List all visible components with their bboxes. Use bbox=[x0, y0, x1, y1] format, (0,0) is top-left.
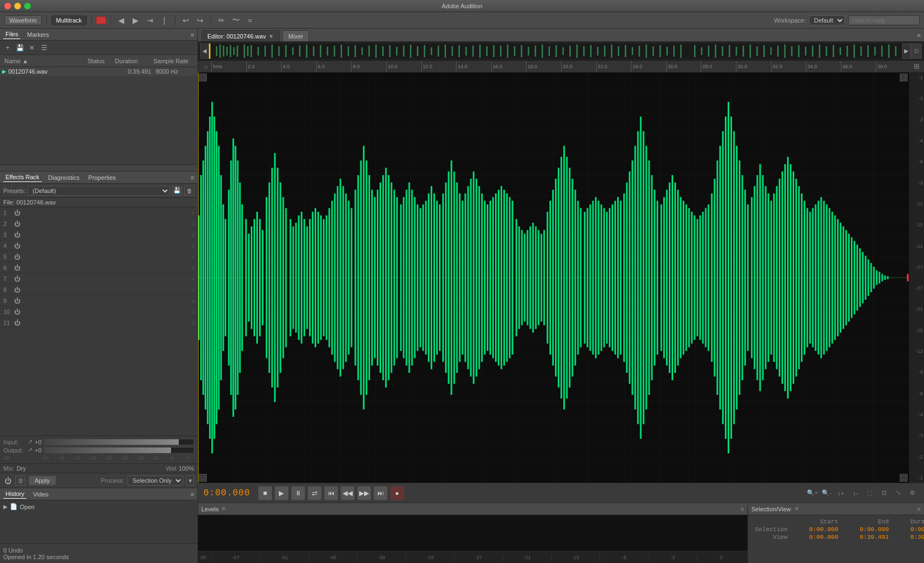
sv-panel-collapse[interactable]: ≡ bbox=[917, 506, 921, 512]
time-ruler[interactable]: ⌂ hms 2.0 4.0 6.0 8.0 10.0 12.0 14.0 16.… bbox=[198, 60, 924, 73]
files-menu-btn[interactable]: ☰ bbox=[38, 43, 50, 53]
effect-power-9[interactable]: ⏻ bbox=[14, 297, 23, 304]
tab-files[interactable]: Files bbox=[3, 30, 20, 39]
close-button[interactable] bbox=[4, 3, 11, 9]
effect-power-7[interactable]: ⏻ bbox=[14, 275, 23, 282]
apply-button[interactable]: Apply bbox=[29, 476, 56, 485]
tab-effects[interactable]: Effects Rack bbox=[3, 173, 42, 182]
minimize-button[interactable] bbox=[14, 3, 21, 9]
effect-slot-3[interactable]: 3 ⏻ › bbox=[0, 229, 197, 240]
sv-view-duration[interactable]: 0:39.491 bbox=[892, 534, 924, 540]
tab-properties[interactable]: Properties bbox=[86, 173, 118, 182]
effect-slot-1[interactable]: 1 ⏻ › bbox=[0, 207, 197, 218]
files-add-btn[interactable]: + bbox=[2, 43, 13, 53]
zoom-selection-button[interactable]: ⬚ bbox=[864, 487, 876, 499]
zoom-in-horizontal-button[interactable]: 🔍+ bbox=[806, 487, 818, 499]
fx-list-button[interactable]: ☰ bbox=[15, 476, 25, 485]
effects-delete-preset[interactable]: 🗑 bbox=[184, 186, 194, 196]
editor-tab-main[interactable]: Editor: 00120746.wav ▼ bbox=[201, 30, 280, 41]
tab-history[interactable]: History bbox=[3, 489, 26, 499]
sv-selection-end[interactable]: 0:00.000 bbox=[842, 526, 891, 533]
files-scrollbar[interactable] bbox=[0, 164, 197, 171]
effect-slot-11[interactable]: 11 ⏻ › bbox=[0, 317, 197, 328]
process-power-button[interactable]: ⏻ bbox=[3, 476, 12, 485]
effect-power-10[interactable]: ⏻ bbox=[14, 308, 23, 315]
tab-diagnostics[interactable]: Diagnostics bbox=[46, 173, 82, 182]
effect-slot-7[interactable]: 7 ⏻ › bbox=[0, 273, 197, 284]
tool-btn-7[interactable]: ✏ bbox=[216, 14, 228, 26]
waveform-corner-tr[interactable]: ⬚ bbox=[900, 74, 908, 81]
record-button[interactable]: ● bbox=[390, 486, 404, 500]
tool-btn-9[interactable]: ≈ bbox=[244, 14, 256, 26]
process-dropdown[interactable]: Selection Only bbox=[128, 476, 183, 485]
fast-forward-button[interactable]: ▶▶ bbox=[357, 486, 371, 500]
effect-slot-4[interactable]: 4 ⏻ › bbox=[0, 240, 197, 251]
waveform-corner-br[interactable]: ⬚ bbox=[900, 474, 908, 482]
sv-selection-start[interactable]: 0:00.000 bbox=[791, 526, 840, 533]
multitrack-mode-button[interactable]: Multitrack bbox=[51, 15, 87, 25]
workspace-dropdown[interactable]: Default bbox=[809, 15, 845, 25]
tool-btn-1[interactable]: ◀ bbox=[116, 14, 128, 26]
overview-canvas[interactable] bbox=[209, 43, 902, 59]
history-item-1[interactable]: ▶ 📄 Open bbox=[3, 503, 194, 511]
files-save-btn[interactable]: 💾 bbox=[14, 43, 25, 53]
stop-button[interactable]: ■ bbox=[258, 486, 272, 500]
effect-slot-8[interactable]: 8 ⏻ › bbox=[0, 284, 197, 295]
ruler-home-button[interactable]: ⌂ bbox=[200, 61, 211, 72]
tool-btn-6[interactable]: ↪ bbox=[194, 14, 206, 26]
waveform-mode-button[interactable]: Waveform bbox=[4, 15, 42, 25]
zoom-settings-button[interactable]: ⚙ bbox=[906, 487, 919, 499]
history-panel-collapse[interactable]: ≡ bbox=[191, 491, 194, 498]
tool-btn-8[interactable]: 〜 bbox=[230, 14, 242, 26]
files-panel-collapse[interactable]: ≡ bbox=[191, 31, 194, 38]
tab-video[interactable]: Video bbox=[31, 490, 51, 499]
files-close-btn[interactable]: ✕ bbox=[26, 43, 37, 53]
maximize-button[interactable] bbox=[24, 3, 31, 9]
effect-power-1[interactable]: ⏻ bbox=[14, 209, 23, 216]
waveform-corner-tl[interactable]: ⬚ bbox=[199, 74, 207, 81]
effects-save-preset[interactable]: 💾 bbox=[172, 186, 182, 196]
sv-close-x[interactable]: ✕ bbox=[794, 505, 799, 512]
process-dropdown-arrow[interactable]: ▼ bbox=[186, 476, 194, 485]
play-button[interactable]: ▶ bbox=[274, 486, 289, 500]
effect-slot-2[interactable]: 2 ⏻ › bbox=[0, 218, 197, 229]
overview-strip[interactable]: ◀ bbox=[198, 42, 924, 60]
effect-power-6[interactable]: ⏻ bbox=[14, 264, 23, 271]
effect-power-4[interactable]: ⏻ bbox=[14, 242, 23, 249]
effect-power-3[interactable]: ⏻ bbox=[14, 231, 23, 238]
effect-slot-6[interactable]: 6 ⏻ › bbox=[0, 262, 197, 273]
pause-button[interactable]: ⏸ bbox=[291, 486, 305, 500]
ruler-settings-button[interactable]: ⊞ bbox=[911, 61, 922, 72]
sv-view-start[interactable]: 0:00.000 bbox=[791, 534, 840, 540]
waveform-corner-bl[interactable]: ⬚ bbox=[199, 474, 207, 482]
overview-left-btn[interactable]: ◀ bbox=[200, 43, 209, 59]
editor-panel-close[interactable]: ≡ bbox=[917, 32, 921, 38]
tool-btn-2[interactable]: ▶ bbox=[130, 14, 142, 26]
zoom-out-vertical-button[interactable]: ↕- bbox=[849, 487, 861, 499]
window-controls[interactable] bbox=[4, 3, 31, 9]
search-input[interactable] bbox=[848, 15, 920, 25]
zoom-fit-button[interactable]: ⊡ bbox=[878, 487, 890, 499]
tool-btn-5[interactable]: ↩ bbox=[180, 14, 192, 26]
effect-power-2[interactable]: ⏻ bbox=[14, 220, 23, 227]
effects-panel-collapse[interactable]: ≡ bbox=[191, 174, 194, 181]
presets-dropdown[interactable]: (Default) bbox=[28, 186, 170, 196]
effect-slot-9[interactable]: 9 ⏻ › bbox=[0, 295, 197, 306]
sv-view-end[interactable]: 0:39.491 bbox=[842, 534, 891, 540]
rewind-button[interactable]: ◀◀ bbox=[340, 486, 355, 500]
fit-view-button[interactable]: ⊡ bbox=[911, 43, 922, 59]
effect-power-5[interactable]: ⏻ bbox=[14, 253, 23, 260]
waveform-canvas[interactable]: 📊 ⓘ +0 dB ✕ -1 -2 -3 -4 -6 -9 -12 -15 -2… bbox=[198, 73, 924, 483]
loop-button[interactable]: ⇄ bbox=[307, 486, 322, 500]
zoom-in-vertical-button[interactable]: ↕+ bbox=[835, 487, 847, 499]
effect-power-11[interactable]: ⏻ bbox=[14, 319, 23, 326]
effect-slot-5[interactable]: 5 ⏻ › bbox=[0, 251, 197, 262]
tool-btn-3[interactable]: ⇥ bbox=[144, 14, 156, 26]
mixer-tab[interactable]: Mixer bbox=[282, 30, 309, 41]
file-row-1[interactable]: ▶ 00120746.wav 0:39.491 8000 Hz bbox=[0, 67, 197, 76]
tool-btn-4[interactable]: | bbox=[158, 14, 170, 26]
tab-markers[interactable]: Markers bbox=[25, 30, 51, 39]
overview-right-btn[interactable]: ▶ bbox=[902, 43, 911, 59]
sv-selection-duration[interactable]: 0:00.000 bbox=[892, 526, 924, 533]
editor-tab-close[interactable]: ▼ bbox=[268, 33, 274, 40]
